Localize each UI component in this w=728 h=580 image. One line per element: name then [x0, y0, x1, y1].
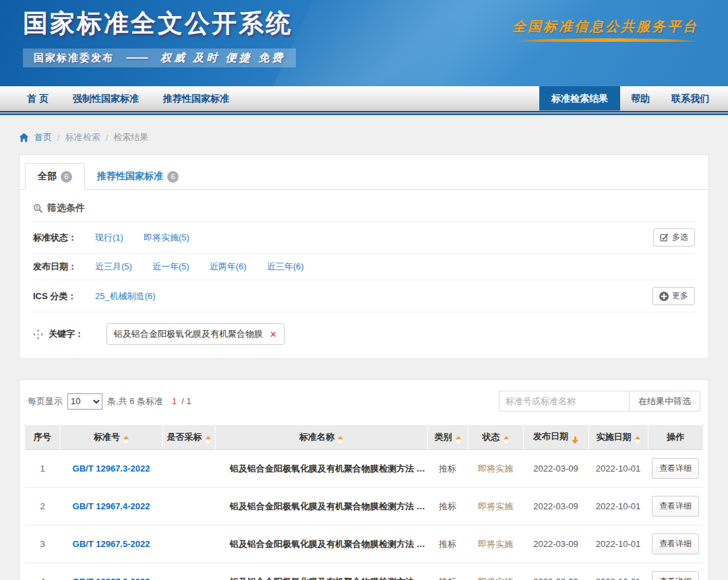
- col-header-standard-no[interactable]: 标准号: [60, 425, 162, 450]
- tab-all-count-badge: 6: [61, 171, 72, 183]
- row-seq: 1: [25, 450, 60, 488]
- filter-in-results-button[interactable]: 在结果中筛选: [630, 391, 700, 412]
- nav-recommended-standards[interactable]: 推荐性国家标准: [163, 86, 229, 111]
- result-tabs: 全部 6 推荐性国家标准 6: [20, 155, 708, 190]
- status-badge: 即将实施: [468, 563, 523, 580]
- view-detail-button[interactable]: 查看详细: [652, 496, 699, 517]
- row-seq: 3: [25, 525, 60, 563]
- breadcrumb-home[interactable]: 首页: [34, 131, 52, 143]
- results-table: 序号 标准号 是否采标 标准名称 类别 状态 发布日期 实施日期 操作 1 GB…: [25, 425, 703, 580]
- keyword-remove-icon[interactable]: ✕: [270, 330, 277, 339]
- pagination-summary: 每页显示 10 条,共 6 条标准 1 / 1: [28, 393, 191, 410]
- site-subtitle: 国家标准委发布 —— 权威 及时 便捷 免费: [23, 49, 296, 67]
- row-category: 推标: [427, 488, 468, 525]
- impl-date: 2022-10-01: [588, 563, 648, 580]
- standard-number-link[interactable]: GB/T 12967.5-2022: [60, 525, 162, 563]
- nav-help[interactable]: 帮助: [620, 86, 661, 110]
- filter-option-ics-machinery[interactable]: 25_机械制造(6): [95, 290, 156, 302]
- filter-option-3years[interactable]: 近三年(6): [267, 261, 304, 273]
- breadcrumb: 首页 / 标准检索 / 检索结果: [0, 115, 728, 154]
- sort-both-icon: [635, 436, 640, 444]
- row-category: 推标: [427, 563, 468, 580]
- keyword-tag: 铝及铝合金阳极氧化膜及有机聚合物膜 ✕: [107, 323, 284, 345]
- sort-both-icon: [504, 436, 509, 444]
- row-seq: 4: [25, 563, 60, 580]
- view-detail-button[interactable]: 查看详细: [652, 571, 699, 580]
- filter-option-2years[interactable]: 近两年(6): [210, 261, 247, 273]
- row-seq: 2: [25, 488, 60, 525]
- view-detail-button[interactable]: 查看详细: [652, 534, 699, 554]
- nav-home[interactable]: 首 页: [27, 86, 49, 111]
- site-title: 国家标准全文公开系统: [23, 7, 293, 40]
- nav-mandatory-standards[interactable]: 强制性国家标准: [73, 86, 139, 111]
- keyword-label: 关键字：: [49, 328, 84, 340]
- per-page-select[interactable]: 10: [67, 393, 102, 410]
- col-header-actions: 操作: [648, 425, 703, 450]
- nav-contact[interactable]: 联系我们: [661, 86, 720, 110]
- standard-number-link[interactable]: GB/T 12967.4-2022: [60, 488, 162, 525]
- standard-number-link[interactable]: GB/T 12967.6-2022: [60, 563, 162, 580]
- sort-both-icon: [123, 436, 129, 444]
- breadcrumb-standard-search[interactable]: 标准检索: [65, 131, 100, 143]
- standard-name: 铝及铝合金阳极氧化膜及有机聚合物膜检测方法 第6部分：色...: [215, 563, 427, 580]
- current-page: 1: [172, 396, 177, 406]
- platform-link[interactable]: 全国标准信息公共服务平台: [512, 18, 698, 42]
- filter-option-upcoming[interactable]: 即将实施(5): [144, 232, 189, 244]
- keyword-tag-text: 铝及铝合金阳极氧化膜及有机聚合物膜: [114, 328, 263, 340]
- row-adopted: [162, 450, 215, 488]
- dash-separator: ——: [126, 52, 148, 63]
- filter-label-status: 标准状态：: [33, 232, 95, 244]
- home-icon: [19, 133, 29, 142]
- plus-circle-icon: [659, 292, 669, 301]
- tab-recommended[interactable]: 推荐性国家标准 6: [85, 164, 191, 189]
- table-row: 4 GB/T 12967.6-2022 铝及铝合金阳极氧化膜及有机聚合物膜检测方…: [25, 563, 703, 580]
- filter-option-current[interactable]: 现行(1): [95, 232, 123, 244]
- result-search-input[interactable]: [499, 391, 630, 412]
- results-panel: 每页显示 10 条,共 6 条标准 1 / 1 在结果中筛选 序号 标准号 是否…: [19, 379, 709, 580]
- tab-all[interactable]: 全部 6: [25, 163, 85, 190]
- magnifier-icon: [33, 203, 43, 214]
- main-nav: 首 页 强制性国家标准 推荐性国家标准 标准检索结果 帮助 联系我们: [0, 86, 728, 111]
- publish-date: 2022-03-09: [523, 563, 588, 580]
- col-header-standard-name[interactable]: 标准名称: [215, 425, 427, 450]
- table-row: 1 GB/T 12967.3-2022 铝及铝合金阳极氧化膜及有机聚合物膜检测方…: [25, 450, 703, 488]
- status-badge: 即将实施: [468, 488, 523, 525]
- platform-text: 全国标准信息公共服务平台: [512, 18, 698, 36]
- standard-name: 铝及铝合金阳极氧化膜及有机聚合物膜检测方法 第3部分：盐...: [215, 450, 427, 488]
- site-banner: 国家标准全文公开系统 国家标准委发布 —— 权威 及时 便捷 免费 全国标准信息…: [0, 0, 728, 86]
- result-filter-box: 在结果中筛选: [499, 391, 700, 412]
- impl-date: 2022-10-01: [588, 525, 648, 563]
- multi-select-button[interactable]: 多选: [653, 228, 695, 247]
- nav-search-results-active[interactable]: 标准检索结果: [539, 86, 620, 110]
- sort-both-icon: [206, 436, 211, 444]
- col-header-category[interactable]: 类别: [427, 425, 468, 450]
- col-header-impl-date[interactable]: 实施日期: [588, 425, 648, 450]
- view-detail-button[interactable]: 查看详细: [652, 458, 699, 479]
- standard-number-link[interactable]: GB/T 12967.3-2022: [60, 450, 162, 488]
- filter-option-3months[interactable]: 近三月(5): [95, 261, 132, 273]
- sort-both-icon: [338, 436, 343, 444]
- filter-title-text: 筛选条件: [47, 202, 85, 214]
- breadcrumb-current: 检索结果: [113, 131, 148, 143]
- sort-desc-icon: [572, 437, 578, 444]
- filter-label-publish-date: 发布日期：: [33, 261, 95, 273]
- tab-recommended-count-badge: 6: [167, 171, 179, 183]
- col-header-publish-date[interactable]: 发布日期: [523, 425, 588, 450]
- col-header-status[interactable]: 状态: [468, 425, 523, 450]
- publish-date: 2022-03-09: [523, 488, 588, 525]
- nav-right: 标准检索结果 帮助 联系我们: [539, 86, 728, 110]
- per-page-label: 每页显示: [28, 395, 63, 408]
- publish-date: 2022-03-09: [523, 525, 588, 563]
- col-header-adopted[interactable]: 是否采标: [162, 425, 215, 450]
- status-badge: 即将实施: [468, 450, 523, 488]
- filter-option-1year[interactable]: 近一年(5): [152, 261, 189, 273]
- results-controls: 每页显示 10 条,共 6 条标准 1 / 1 在结果中筛选: [25, 388, 703, 412]
- breadcrumb-separator: /: [57, 133, 60, 143]
- status-badge: 即将实施: [468, 525, 523, 563]
- table-row: 3 GB/T 12967.5-2022 铝及铝合金阳极氧化膜及有机聚合物膜检测方…: [25, 525, 703, 563]
- table-header-row: 序号 标准号 是否采标 标准名称 类别 状态 发布日期 实施日期 操作: [25, 425, 703, 450]
- slogan-text: 权威 及时 便捷 免费: [160, 52, 285, 63]
- publish-date: 2022-03-09: [523, 450, 588, 488]
- move-arrows-icon: [33, 329, 43, 340]
- more-button[interactable]: 更多: [653, 287, 695, 305]
